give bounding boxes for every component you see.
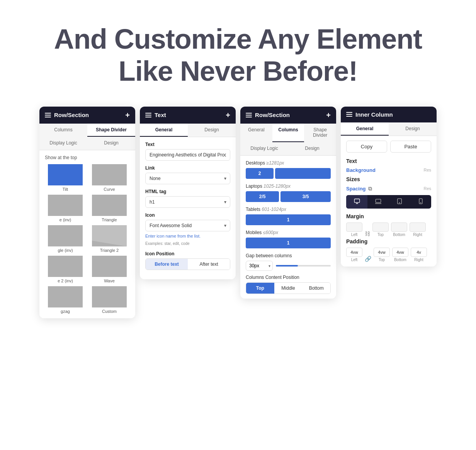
text-label: Text	[145, 142, 230, 147]
shape-item-triangle[interactable]: Triangle	[89, 195, 130, 222]
shape-item-wave2-inv[interactable]: e 2 (inv)	[45, 256, 86, 283]
hamburger-icon-4[interactable]	[346, 112, 352, 117]
shape-item-triangle-inv[interactable]: gle (inv)	[45, 225, 86, 253]
padding-left-input[interactable]	[346, 248, 362, 257]
background-reset[interactable]: Res	[423, 168, 431, 172]
svg-rect-17	[354, 199, 359, 202]
shape-item-custom[interactable]: Custom	[89, 286, 130, 314]
pos-middle-btn[interactable]: Middle	[274, 283, 303, 294]
gap-select[interactable]: 30px	[246, 261, 273, 271]
show-at-top-label: Show at the top	[45, 155, 130, 160]
panel2-body: Text Link None HTML tag h1 h2 h3	[140, 137, 236, 279]
pos-bottom-btn[interactable]: Bottom	[302, 283, 330, 294]
tab-design-p3[interactable]: Design	[288, 142, 336, 155]
shape-item-zigzag[interactable]: gzag	[45, 286, 86, 314]
panel1-tabs: Columns Shape Divider Display Logic Desi…	[39, 124, 135, 150]
gap-slider[interactable]	[276, 265, 331, 267]
link-icon[interactable]: ⛓	[365, 231, 370, 237]
padding-right-input[interactable]	[411, 248, 427, 257]
tab-general[interactable]: General	[140, 124, 188, 137]
padding-bottom-input[interactable]	[392, 248, 408, 257]
link-field-group: Link None	[145, 165, 230, 184]
col-block: 1	[246, 214, 331, 225]
text-input[interactable]	[145, 149, 230, 161]
tab-shape-divider-p3[interactable]: Shape Divider	[304, 124, 336, 142]
tab-general-p4[interactable]: General	[341, 122, 389, 136]
pos-top-btn[interactable]: Top	[246, 283, 274, 294]
shape-label-zigzag: gzag	[61, 309, 70, 314]
before-text-btn[interactable]: Before text	[146, 259, 188, 270]
link-select[interactable]: None	[145, 173, 230, 184]
spacing-reset[interactable]: Res	[423, 186, 431, 191]
spacing-copy-icon[interactable]: ⧉	[368, 185, 372, 192]
breakpoint-tablets: Tablets 601-1024px 1	[246, 207, 331, 225]
col-block: 2/5	[246, 191, 279, 202]
hamburger-icon[interactable]	[45, 113, 51, 117]
panel-row-section-2: Row/Section + General Columns Shape Divi…	[240, 107, 336, 299]
tab-design[interactable]: Design	[87, 137, 135, 150]
hamburger-icon-3[interactable]	[246, 113, 252, 117]
copy-btn[interactable]: Copy	[346, 141, 387, 153]
icon-hint-link[interactable]: Enter icon name from the list.	[145, 234, 230, 238]
tab-design-p2[interactable]: Design	[188, 124, 236, 137]
copy-paste-row: Copy Paste	[346, 141, 431, 153]
tab-display-logic-p3[interactable]: Display Logic	[240, 142, 288, 155]
col-block	[275, 168, 331, 179]
device-tab-desktop[interactable]	[346, 195, 367, 209]
tab-design-p4[interactable]: Design	[389, 122, 437, 136]
plus-icon[interactable]: +	[125, 111, 130, 119]
hamburger-icon-2[interactable]	[145, 113, 151, 117]
panel3-body: Desktops ≥1281px 2 Laptops 1025-1280px 2…	[240, 156, 336, 299]
link-icon-padding[interactable]: 🔗	[365, 256, 371, 262]
icon-position-buttons: Before text After text	[145, 258, 230, 270]
tab-columns[interactable]: Columns	[39, 124, 87, 137]
panels-row: Row/Section + Columns Shape Divider Disp…	[0, 107, 476, 318]
spacing-link[interactable]: Spacing	[346, 186, 366, 192]
sizes-heading: Sizes	[346, 176, 431, 182]
panel2-title: Text	[155, 112, 166, 118]
html-tag-select[interactable]: h1 h2 h3 p	[145, 196, 230, 208]
device-tab-mobile[interactable]	[410, 195, 431, 209]
margin-top-input[interactable]	[372, 222, 389, 232]
margin-heading: Margin	[346, 213, 431, 219]
icon-position-label: Icon Position	[145, 251, 230, 256]
panel3-header: Row/Section +	[240, 107, 336, 124]
shape-item-triangle2[interactable]: Triangle 2	[89, 225, 130, 253]
hero-section: And Customize Any Element Like Never Bef…	[0, 0, 476, 107]
tab-general-p3[interactable]: General	[240, 124, 272, 142]
margin-fields-row: Left ⛓ Top Bottom Right	[346, 222, 431, 237]
panel4-title: Inner Column	[355, 111, 393, 118]
text-field-group: Text	[145, 142, 230, 161]
device-tab-laptop[interactable]	[367, 195, 389, 209]
shape-item-wave[interactable]: Wave	[89, 256, 130, 283]
tab-columns-p3[interactable]: Columns	[272, 124, 304, 142]
col-block: 1	[246, 238, 331, 248]
margin-left-input[interactable]	[346, 222, 362, 232]
plus-icon-3[interactable]: +	[326, 111, 331, 119]
breakpoint-desktops: Desktops ≥1281px 2	[246, 160, 331, 179]
icon-select[interactable]: Font Awesome Solid Font Awesome Regular …	[145, 220, 230, 231]
shape-item-curve[interactable]: Curve	[89, 164, 130, 192]
panel-row-section: Row/Section + Columns Shape Divider Disp…	[39, 107, 135, 318]
shape-item-tilt[interactable]: Tilt	[45, 164, 86, 192]
icon-position-group: Icon Position Before text After text	[145, 251, 230, 270]
panel3-tabs: General Columns Shape Divider Display Lo…	[240, 124, 336, 156]
shape-label-curve: Curve	[104, 187, 115, 192]
tab-shape-divider[interactable]: Shape Divider	[87, 124, 135, 137]
icon-hint-examples: Examples: star, edit, code	[145, 241, 190, 246]
margin-right-input[interactable]	[410, 222, 426, 232]
link-label: Link	[145, 165, 230, 171]
background-link[interactable]: Background	[346, 167, 376, 173]
margin-bottom-input[interactable]	[391, 222, 407, 232]
shape-label-custom: Custom	[102, 309, 117, 314]
paste-btn[interactable]: Paste	[390, 141, 431, 153]
panel1-header: Row/Section +	[39, 107, 135, 124]
tab-display-logic[interactable]: Display Logic	[39, 137, 87, 150]
svg-rect-20	[376, 199, 381, 202]
after-text-btn[interactable]: After text	[188, 259, 230, 270]
plus-icon-2[interactable]: +	[226, 111, 230, 119]
shape-item-tilt-inv[interactable]: e (inv)	[45, 195, 86, 222]
panel-text: Text + General Design Text Link None	[140, 107, 236, 279]
padding-top-input[interactable]	[374, 248, 390, 257]
device-tab-tablet[interactable]	[389, 195, 410, 209]
